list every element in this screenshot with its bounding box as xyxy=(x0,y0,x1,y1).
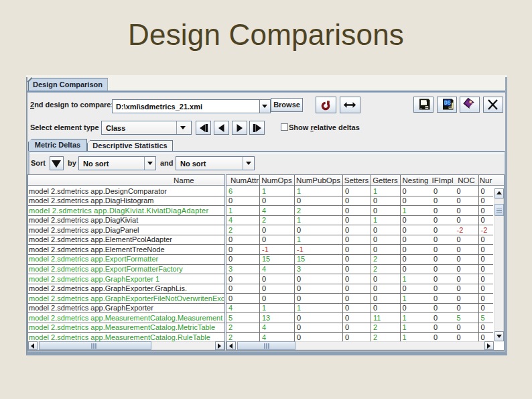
svg-text:DS: DS xyxy=(444,100,451,107)
